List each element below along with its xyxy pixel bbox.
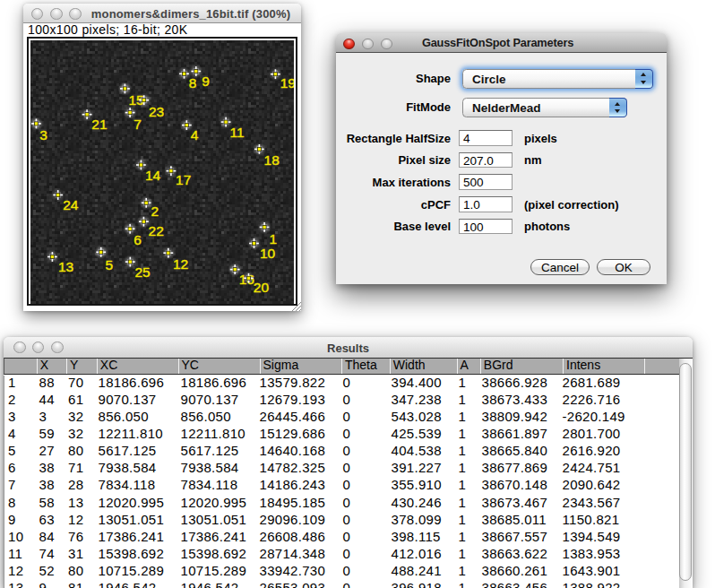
svg-text:6: 6	[134, 232, 142, 247]
svg-text:3: 3	[39, 127, 47, 143]
svg-text:11: 11	[230, 125, 245, 140]
svg-text:21: 21	[91, 117, 107, 132]
svg-text:8: 8	[189, 75, 197, 91]
svg-text:14: 14	[145, 168, 161, 183]
svg-text:17: 17	[176, 172, 191, 187]
svg-text:19: 19	[280, 75, 294, 91]
svg-text:10: 10	[260, 246, 276, 261]
svg-text:22: 22	[149, 223, 164, 238]
svg-text:9: 9	[202, 74, 210, 89]
svg-text:12: 12	[173, 256, 188, 272]
svg-text:24: 24	[63, 197, 79, 212]
svg-text:7: 7	[134, 117, 142, 132]
svg-text:18: 18	[264, 152, 280, 168]
svg-text:2: 2	[151, 203, 159, 219]
svg-text:25: 25	[135, 264, 151, 280]
svg-text:13: 13	[58, 259, 73, 274]
svg-text:4: 4	[191, 127, 199, 143]
svg-text:20: 20	[254, 280, 270, 295]
svg-text:5: 5	[105, 257, 113, 272]
svg-text:1: 1	[270, 231, 278, 246]
svg-text:23: 23	[149, 104, 164, 119]
